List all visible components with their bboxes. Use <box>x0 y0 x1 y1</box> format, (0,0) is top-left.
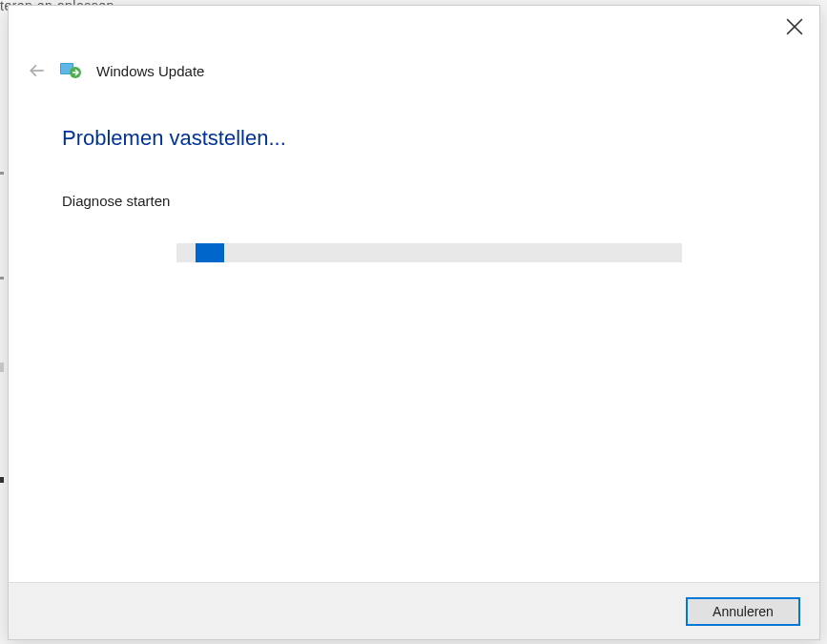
progress-fill <box>196 243 224 262</box>
main-heading: Problemen vaststellen... <box>62 126 766 151</box>
back-button[interactable] <box>28 61 47 80</box>
app-title: Windows Update <box>96 63 204 79</box>
arrow-left-icon <box>29 62 46 79</box>
progress-bar <box>176 243 682 262</box>
dialog-content: Problemen vaststellen... Diagnose starte… <box>9 88 819 582</box>
windows-update-icon <box>60 61 83 80</box>
status-text: Diagnose starten <box>62 193 766 209</box>
dialog-footer: Annuleren <box>9 582 819 639</box>
dialog-header: Windows Update <box>9 46 819 88</box>
troubleshooter-dialog: Windows Update Problemen vaststellen... … <box>8 5 820 640</box>
title-bar <box>9 6 819 46</box>
cancel-button[interactable]: Annuleren <box>686 597 800 626</box>
close-icon <box>786 18 803 35</box>
close-button[interactable] <box>781 13 808 40</box>
